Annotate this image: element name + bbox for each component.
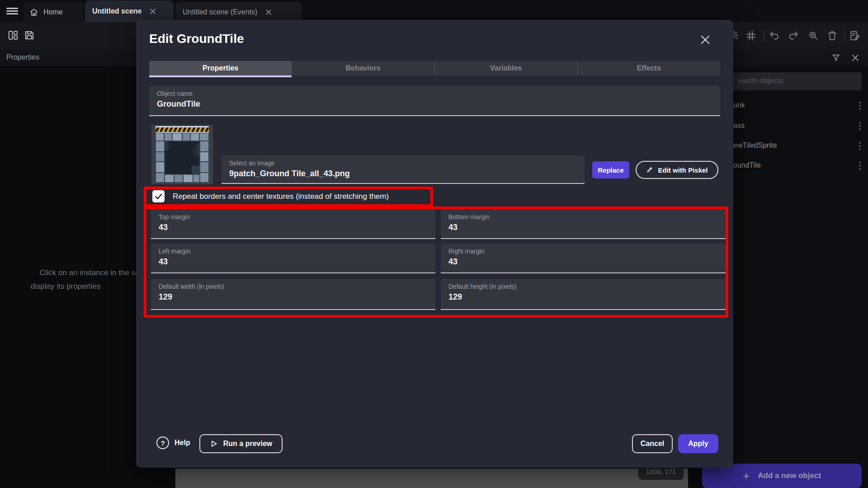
item-menu-icon[interactable]	[855, 160, 864, 171]
save-icon[interactable]	[24, 29, 35, 41]
field-value: 129	[448, 292, 462, 302]
repeat-borders-label: Repeat borders and center textures (inst…	[173, 192, 389, 201]
search-placeholder: earch objects	[738, 76, 783, 85]
item-menu-icon[interactable]	[855, 141, 864, 151]
tab-label: Effects	[637, 64, 661, 72]
select-image-field[interactable]: Select an image 9patch_Ground Tile_all_4…	[222, 155, 585, 184]
redo-icon[interactable]	[788, 30, 799, 42]
tab-label: Untitled scene	[92, 7, 142, 15]
empty-properties-message-line2: display its properties	[0, 282, 131, 291]
field-value: 43	[448, 223, 458, 232]
add-new-object-label: Add a new object	[758, 471, 821, 480]
object-thumbnail[interactable]	[151, 125, 213, 184]
field-value: 129	[159, 292, 172, 302]
properties-panel-title: Properties	[6, 53, 39, 61]
grid-icon[interactable]	[745, 30, 757, 42]
tab-label: Home	[43, 8, 63, 16]
help-label: Help	[175, 439, 190, 447]
pencil-icon	[646, 166, 653, 174]
object-name: oundTile	[733, 161, 761, 169]
field-label: Top margin	[159, 213, 190, 221]
list-item[interactable]: ewTiledSprite	[710, 136, 868, 156]
run-preview-label: Run a preview	[223, 440, 272, 448]
help-icon: ?	[156, 436, 169, 449]
bottom-margin-field[interactable]: Bottom margin 43	[441, 209, 726, 239]
close-tab-icon[interactable]	[150, 8, 156, 14]
tab-untitled-scene[interactable]: Untitled scene	[85, 0, 174, 22]
cancel-button[interactable]: Cancel	[632, 434, 673, 453]
edit-with-piskel-button[interactable]: Edit with Piskel	[636, 161, 718, 179]
checkmark-icon	[154, 192, 163, 201]
project-manager-icon[interactable]	[7, 29, 19, 41]
top-tab-bar: Home Untitled scene Untitled scene (Even…	[0, 0, 868, 22]
edit-with-piskel-label: Edit with Piskel	[658, 166, 708, 174]
field-value: 43	[159, 257, 168, 267]
left-margin-field[interactable]: Left margin 43	[151, 244, 435, 273]
tab-untitled-scene-events[interactable]: Untitled scene (Events)	[175, 2, 302, 22]
object-name: ewTiledSprite	[733, 141, 777, 150]
field-label: Right margin	[448, 248, 484, 255]
undo-icon[interactable]	[769, 30, 780, 42]
close-tab-icon[interactable]	[265, 9, 272, 15]
tab-properties[interactable]: Properties	[149, 61, 292, 75]
tab-behaviors[interactable]: Behaviors	[292, 61, 434, 75]
dialog-close-icon[interactable]	[699, 33, 712, 46]
events-sheet-icon[interactable]	[849, 30, 861, 42]
apply-button[interactable]: Apply	[678, 434, 718, 453]
edit-object-dialog: Edit GroundTile Properties Behaviors Var…	[136, 20, 733, 468]
tab-effects[interactable]: Effects	[577, 61, 720, 75]
trash-icon[interactable]	[826, 30, 838, 42]
filter-icon[interactable]	[831, 53, 841, 63]
home-icon	[29, 7, 39, 17]
play-icon	[210, 440, 218, 448]
default-height-field[interactable]: Default height (in pixels) 129	[441, 279, 726, 310]
item-menu-icon[interactable]	[855, 121, 864, 131]
cancel-label: Cancel	[641, 440, 664, 448]
field-label: Left margin	[159, 248, 190, 255]
right-margin-field[interactable]: Right margin 43	[441, 244, 726, 273]
item-menu-icon[interactable]	[855, 100, 864, 111]
empty-properties-message-line1: Click on an instance in the sce	[17, 268, 143, 277]
field-label: Object name	[157, 90, 193, 97]
tab-label: Properties	[203, 64, 238, 72]
list-item[interactable]: oundTile	[710, 156, 868, 176]
hamburger-menu-icon[interactable]	[6, 8, 18, 14]
cursor-coordinates-text: 1309, 171	[646, 468, 676, 475]
close-panel-icon[interactable]	[851, 53, 860, 62]
replace-label: Replace	[598, 166, 624, 174]
dialog-title: Edit GroundTile	[149, 32, 244, 46]
field-value: 43	[448, 257, 458, 267]
top-margin-field[interactable]: Top margin 43	[151, 209, 435, 239]
list-item[interactable]: ass	[710, 116, 868, 136]
zoom-in-icon[interactable]	[807, 30, 819, 42]
search-objects-input[interactable]: earch objects	[714, 72, 862, 90]
object-name: unk	[733, 101, 745, 109]
toolbar-divider	[844, 30, 845, 42]
tab-label: Untitled scene (Events)	[183, 8, 257, 16]
replace-button[interactable]: Replace	[592, 161, 629, 178]
tab-label: Variables	[490, 64, 522, 72]
tab-home[interactable]: Home	[24, 2, 83, 22]
field-value: 43	[159, 223, 168, 232]
field-value: GroundTile	[157, 99, 200, 109]
object-name: ass	[733, 122, 745, 130]
plus-icon: +	[743, 471, 750, 481]
field-label: Bottom margin	[448, 213, 490, 221]
apply-label: Apply	[688, 440, 708, 448]
help-button[interactable]: ? Help	[156, 436, 190, 449]
properties-panel-body: Click on an instance in the sce display …	[0, 66, 136, 488]
list-item[interactable]: unk	[710, 96, 868, 116]
app-root: Home Untitled scene Untitled scene (Even…	[0, 0, 868, 488]
run-preview-button[interactable]: Run a preview	[199, 434, 283, 453]
field-label: Select an image	[229, 160, 274, 167]
toolbar-divider	[764, 30, 764, 42]
object-name-field[interactable]: Object name GroundTile	[149, 86, 720, 116]
dialog-tab-bar: Properties Behaviors Variables Effects	[149, 61, 720, 75]
tab-label: Behaviors	[345, 64, 380, 72]
scene-canvas[interactable]	[175, 469, 688, 488]
default-width-field[interactable]: Default width (in pixels) 129	[151, 279, 435, 310]
field-label: Default height (in pixels)	[448, 283, 516, 290]
tab-variables[interactable]: Variables	[434, 61, 577, 75]
field-label: Default width (in pixels)	[159, 283, 224, 290]
repeat-borders-checkbox[interactable]	[152, 190, 165, 202]
